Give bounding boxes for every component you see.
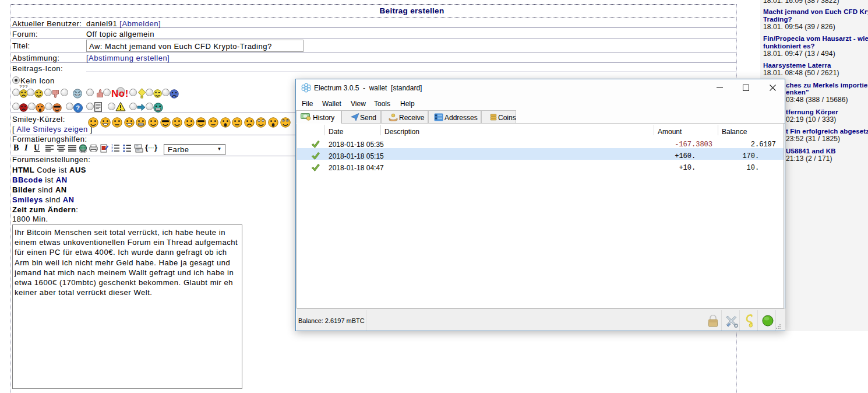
svg-text:3: 3	[111, 149, 114, 152]
svg-text:?: ?	[76, 104, 80, 111]
svg-text:No!: No!	[111, 88, 129, 99]
